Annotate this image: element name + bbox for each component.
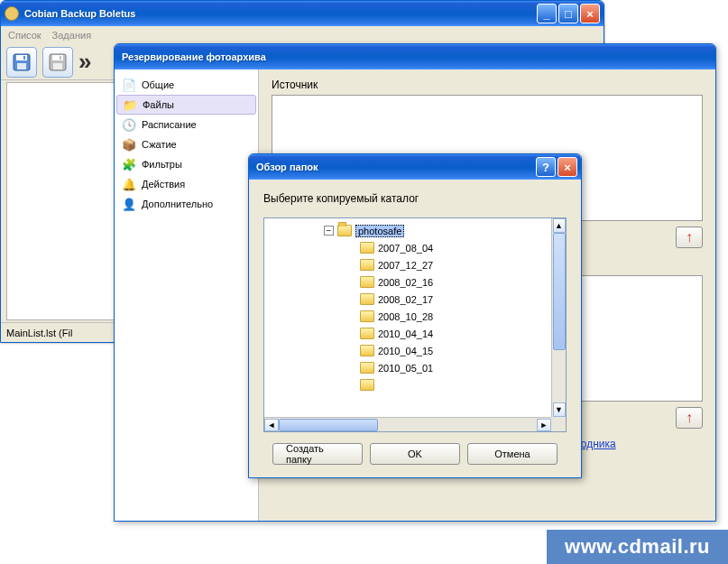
folder-open-icon bbox=[337, 225, 352, 236]
tree-item[interactable]: 2010_04_15 bbox=[270, 342, 546, 359]
tree-label: 2007_08_04 bbox=[378, 243, 433, 254]
collapse-icon[interactable]: − bbox=[324, 226, 334, 236]
ok-button[interactable]: OK bbox=[370, 443, 460, 465]
toolbar-save-button[interactable] bbox=[6, 47, 37, 78]
svg-rect-6 bbox=[53, 63, 62, 69]
page-icon: 📄 bbox=[122, 78, 136, 92]
scroll-right-button[interactable]: ► bbox=[537, 419, 551, 431]
create-folder-button[interactable]: Создать папку bbox=[272, 443, 363, 465]
tree-item[interactable]: 2008_02_17 bbox=[270, 291, 546, 308]
scroll-left-button[interactable]: ◄ bbox=[264, 419, 279, 431]
scroll-corner bbox=[551, 417, 566, 431]
tree-root[interactable]: − photosafe bbox=[270, 222, 546, 239]
nav-actions[interactable]: 🔔Действия bbox=[115, 174, 258, 194]
svg-rect-7 bbox=[60, 56, 61, 60]
folder-icon bbox=[360, 242, 374, 254]
tree-label: 2008_10_28 bbox=[378, 311, 433, 322]
task-nav: 📄Общие 📁Файлы 🕓Расписание 📦Сжатие 🧩Фильт… bbox=[115, 69, 259, 521]
tree-item[interactable]: 2008_10_28 bbox=[270, 308, 546, 325]
btn-label: Отмена bbox=[494, 448, 530, 459]
main-titlebar[interactable]: Cobian Backup Boletus _ □ × bbox=[1, 1, 604, 26]
nav-filters[interactable]: 🧩Фильтры bbox=[115, 154, 258, 174]
svg-rect-2 bbox=[17, 63, 26, 69]
folder-icon bbox=[360, 362, 374, 374]
menu-tasks[interactable]: Задания bbox=[52, 30, 91, 41]
task-titlebar[interactable]: Резервирование фотоархива bbox=[115, 44, 715, 69]
tree-label: 2008_02_16 bbox=[378, 277, 433, 288]
nav-label: Дополнительно bbox=[142, 199, 213, 209]
folder-icon bbox=[360, 310, 374, 322]
floppy-icon bbox=[13, 53, 31, 71]
filter-icon: 🧩 bbox=[122, 157, 136, 171]
toolbar-more-icon[interactable]: » bbox=[78, 48, 91, 76]
folder-icon bbox=[360, 293, 374, 305]
nav-label: Действия bbox=[142, 179, 185, 190]
svg-rect-5 bbox=[52, 55, 63, 60]
nav-label: Файлы bbox=[143, 99, 174, 110]
cancel-button[interactable]: Отмена bbox=[467, 443, 558, 465]
folder-icon bbox=[360, 259, 374, 271]
nav-general[interactable]: 📄Общие bbox=[115, 75, 258, 95]
browse-titlebar[interactable]: Обзор папок ? × bbox=[249, 154, 581, 180]
vertical-scrollbar[interactable]: ▲ ▼ bbox=[551, 218, 566, 417]
scroll-down-button[interactable]: ▼ bbox=[553, 402, 566, 417]
toolbar-save2-button[interactable] bbox=[42, 47, 73, 78]
help-button[interactable]: ? bbox=[536, 157, 556, 177]
user-icon: 👤 bbox=[122, 197, 136, 211]
folder-icon bbox=[360, 328, 374, 339]
svg-rect-1 bbox=[16, 55, 27, 60]
tree-label: 2008_02_17 bbox=[378, 294, 433, 305]
scroll-up-button[interactable]: ▲ bbox=[553, 218, 566, 233]
tree-label: 2010_04_15 bbox=[378, 346, 433, 356]
move-up-button[interactable]: ↑ bbox=[676, 227, 703, 248]
tree-item[interactable] bbox=[270, 376, 546, 393]
folder-icon bbox=[360, 276, 374, 288]
maximize-button[interactable]: □ bbox=[558, 4, 578, 23]
arrow-up-icon: ↑ bbox=[686, 410, 693, 426]
svg-rect-3 bbox=[23, 56, 25, 60]
tree-item[interactable]: 2010_04_14 bbox=[270, 325, 546, 342]
floppy-icon bbox=[49, 53, 67, 71]
folder-tree[interactable]: − photosafe 2007_08_04 2007_12_27 2008_0… bbox=[264, 218, 551, 417]
browse-prompt: Выберите копируемый каталог bbox=[263, 192, 567, 205]
browse-folders-dialog: Обзор папок ? × Выберите копируемый ката… bbox=[248, 153, 582, 478]
tree-item[interactable]: 2010_05_01 bbox=[270, 359, 546, 376]
nav-files[interactable]: 📁Файлы bbox=[116, 95, 256, 115]
arrow-up-icon: ↑ bbox=[686, 229, 693, 245]
clock-icon: 🕓 bbox=[122, 117, 136, 132]
tree-item[interactable]: 2008_02_16 bbox=[270, 273, 546, 291]
horizontal-scrollbar[interactable]: ◄ ► bbox=[264, 417, 551, 431]
move-up-button-2[interactable]: ↑ bbox=[676, 407, 703, 429]
scroll-thumb[interactable] bbox=[553, 233, 566, 350]
source-label: Источник bbox=[272, 79, 703, 91]
nav-label: Расписание bbox=[142, 119, 197, 130]
menu-list[interactable]: Список bbox=[8, 30, 41, 41]
folder-icon bbox=[360, 379, 374, 391]
scroll-thumb[interactable] bbox=[279, 419, 378, 431]
tree-root-label: photosafe bbox=[355, 225, 404, 237]
tree-item[interactable]: 2007_08_04 bbox=[270, 239, 546, 256]
nav-label: Сжатие bbox=[142, 139, 177, 150]
tree-item[interactable]: 2007_12_27 bbox=[270, 256, 546, 273]
tree-label: 2007_12_27 bbox=[378, 260, 433, 271]
tree-label: 2010_05_01 bbox=[378, 363, 433, 374]
folder-tree-container: − photosafe 2007_08_04 2007_12_27 2008_0… bbox=[263, 217, 567, 432]
minimize-button[interactable]: _ bbox=[537, 4, 557, 23]
nav-schedule[interactable]: 🕓Расписание bbox=[115, 115, 258, 134]
folder-icon bbox=[360, 345, 374, 356]
close-button[interactable]: × bbox=[580, 4, 600, 23]
browse-title: Обзор папок bbox=[256, 162, 534, 172]
nav-label: Общие bbox=[142, 79, 174, 90]
nav-label: Фильтры bbox=[142, 159, 182, 170]
app-icon bbox=[5, 6, 19, 21]
package-icon: 📦 bbox=[122, 137, 136, 152]
close-button[interactable]: × bbox=[558, 157, 577, 177]
nav-compress[interactable]: 📦Сжатие bbox=[115, 134, 258, 154]
watermark: www.cdmail.ru bbox=[547, 530, 728, 564]
tree-label: 2010_04_14 bbox=[378, 328, 433, 339]
btn-label: Создать папку bbox=[286, 443, 349, 465]
nav-advanced[interactable]: 👤Дополнительно bbox=[115, 194, 258, 214]
folder-icon: 📁 bbox=[123, 97, 137, 112]
status-text: MainList.lst (Fil bbox=[6, 328, 72, 338]
btn-label: OK bbox=[408, 448, 422, 459]
